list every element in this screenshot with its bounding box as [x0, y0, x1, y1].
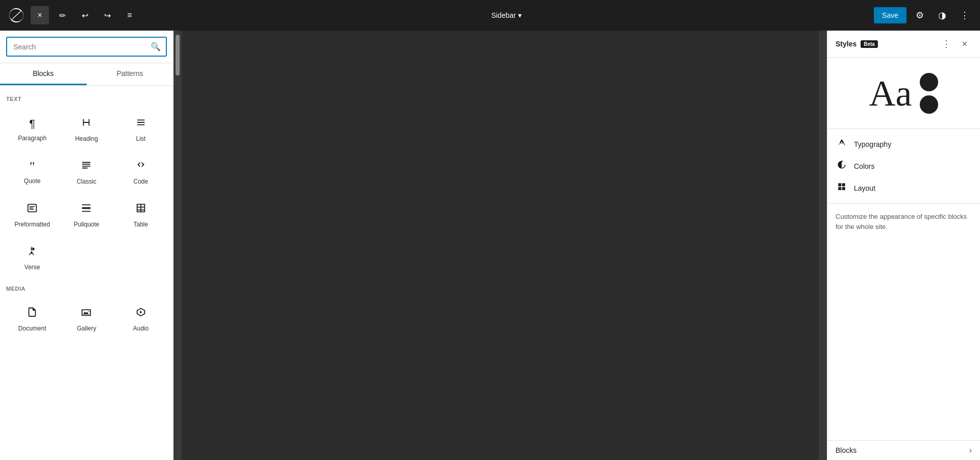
block-item-pullquote[interactable]: Pullquote [60, 194, 112, 235]
blocks-link-label: Blocks [836, 446, 856, 454]
preformatted-label: Preformatted [14, 221, 50, 228]
typography-icon [836, 138, 848, 150]
text-section-label: TEXT [6, 96, 167, 102]
block-item-gallery[interactable]: Gallery [60, 298, 112, 339]
save-button[interactable]: Save [874, 7, 906, 23]
canvas-area [174, 31, 827, 460]
heading-icon [81, 117, 92, 131]
block-item-document[interactable]: Document [6, 298, 58, 339]
tools-button[interactable]: ≡ [120, 6, 139, 24]
right-close-button[interactable]: × [958, 37, 972, 51]
right-sidebar-header: Styles Beta ⋮ × [827, 31, 980, 58]
edit-icon: ✏ [59, 11, 66, 20]
typography-label: Typography [854, 140, 891, 148]
heading-label: Heading [75, 135, 98, 142]
preformatted-icon [27, 202, 38, 217]
tools-icon: ≡ [127, 11, 132, 20]
blocks-patterns-tabs: Blocks Patterns [0, 63, 173, 86]
right-more-button[interactable]: ⋮ [939, 37, 953, 51]
classic-icon [81, 160, 92, 174]
svg-rect-5 [30, 206, 35, 207]
tab-patterns[interactable]: Patterns [87, 63, 174, 85]
document-icon [27, 306, 38, 321]
toolbar-right: Save ⚙ ◑ ⋮ [874, 6, 974, 24]
layout-option[interactable]: Layout [827, 177, 980, 199]
right-body: Customize the appearance of specific blo… [827, 203, 980, 440]
block-item-quote[interactable]: " Quote [6, 151, 58, 192]
svg-rect-2 [82, 166, 91, 167]
svg-rect-9 [82, 211, 91, 212]
pullquote-icon [81, 202, 92, 217]
close-icon: × [37, 11, 42, 20]
quote-icon: " [30, 160, 35, 173]
right-sidebar: Styles Beta ⋮ × Aa Typography [827, 31, 980, 460]
colors-label: Colors [854, 162, 874, 170]
block-item-classic[interactable]: Classic [60, 151, 112, 192]
audio-icon [135, 306, 146, 321]
search-icon: 🔍 [151, 42, 161, 51]
audio-label: Audio [133, 325, 149, 332]
blocks-list: TEXT ¶ Paragraph Heading [0, 86, 173, 460]
styles-title: Styles [836, 40, 856, 48]
tab-blocks[interactable]: Blocks [0, 63, 87, 85]
more-options-button[interactable]: ⋮ [955, 6, 974, 24]
more-icon: ⋮ [960, 10, 969, 21]
paragraph-icon: ¶ [29, 117, 35, 131]
table-label: Table [133, 221, 148, 228]
svg-rect-0 [82, 162, 91, 163]
more-options-icon: ⋮ [942, 38, 951, 49]
svg-rect-3 [82, 168, 88, 169]
code-icon [135, 160, 146, 174]
verse-icon [27, 245, 38, 260]
search-box: 🔍 [6, 37, 167, 57]
search-area: 🔍 [0, 31, 173, 63]
block-item-preformatted[interactable]: Preformatted [6, 194, 58, 235]
style-options: Typography Colors Layout [827, 129, 980, 203]
undo-icon: ↩ [82, 11, 88, 20]
block-item-paragraph[interactable]: ¶ Paragraph [6, 108, 58, 149]
customize-text: Customize the appearance of specific blo… [836, 212, 972, 232]
svg-rect-8 [82, 205, 91, 206]
text-blocks-grid: ¶ Paragraph Heading List [6, 108, 167, 277]
scrollbar-thumb [176, 35, 180, 75]
block-item-verse[interactable]: Verse [6, 237, 58, 277]
style-preview: Aa [827, 58, 980, 129]
media-section-label: MEDIA [6, 286, 167, 292]
contrast-button[interactable]: ◑ [933, 6, 951, 24]
close-sidebar-button[interactable]: × [31, 6, 49, 24]
block-item-audio[interactable]: Audio [115, 298, 167, 339]
redo-button[interactable]: ↪ [98, 6, 116, 24]
close-icon: × [962, 39, 968, 49]
pullquote-label: Pullquote [74, 221, 99, 228]
list-label: List [136, 135, 145, 142]
quote-label: Quote [24, 177, 41, 185]
typography-option[interactable]: Typography [827, 133, 980, 155]
chevron-down-icon: ▾ [518, 11, 522, 19]
settings-icon: ⚙ [916, 10, 924, 21]
main-area: 🔍 Blocks Patterns TEXT ¶ Paragraph [0, 31, 980, 460]
settings-button[interactable]: ⚙ [911, 6, 929, 24]
blocks-link[interactable]: Blocks › [827, 440, 980, 460]
sidebar-dropdown-button[interactable]: Sidebar ▾ [486, 8, 526, 22]
block-item-code[interactable]: Code [115, 151, 167, 192]
layout-label: Layout [854, 184, 875, 192]
right-scrollbar[interactable] [819, 31, 827, 460]
edit-button[interactable]: ✏ [53, 6, 71, 24]
search-button[interactable]: 🔍 [145, 38, 166, 56]
beta-badge: Beta [861, 40, 878, 48]
search-input[interactable] [7, 39, 145, 55]
preview-dots [920, 73, 938, 114]
preview-dot-1 [920, 73, 938, 91]
block-item-table[interactable]: Table [115, 194, 167, 235]
block-item-list[interactable]: List [115, 108, 167, 149]
preview-text: Aa [869, 75, 912, 112]
left-scrollbar[interactable] [174, 31, 182, 460]
document-label: Document [18, 325, 46, 332]
undo-button[interactable]: ↩ [76, 6, 94, 24]
block-item-heading[interactable]: Heading [60, 108, 112, 149]
preview-dot-2 [920, 95, 938, 114]
wp-logo[interactable] [6, 5, 27, 25]
colors-option[interactable]: Colors [827, 155, 980, 177]
svg-rect-1 [82, 164, 91, 165]
redo-icon: ↪ [104, 11, 111, 20]
